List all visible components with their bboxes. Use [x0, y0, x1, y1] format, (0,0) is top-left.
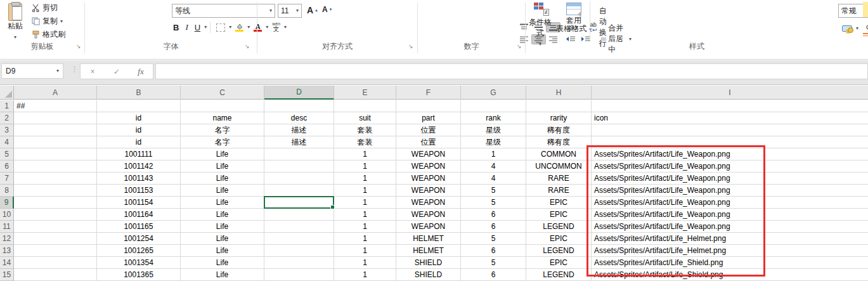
- cell-F15[interactable]: SHIELD: [396, 269, 461, 281]
- cell-I9[interactable]: Assets/Sprites/Artifact/Life_Weapon.png: [592, 197, 868, 209]
- cell-B10[interactable]: 1001164: [97, 209, 181, 221]
- cell-A10[interactable]: [14, 209, 97, 221]
- cell-I13[interactable]: Assets/Sprites/Artifact/Life_Helmet.png: [592, 245, 868, 257]
- cell-E4[interactable]: 套装: [334, 136, 396, 148]
- cell-A3[interactable]: [14, 124, 97, 136]
- cell-D10[interactable]: [264, 209, 334, 221]
- cell-I15[interactable]: Assets/Sprites/Artifact/Life_Shield.png: [592, 269, 868, 281]
- cell-I11[interactable]: Assets/Sprites/Artifact/Life_Weapon.png: [592, 221, 868, 233]
- cell-C2[interactable]: name: [181, 112, 264, 124]
- cell-D7[interactable]: [264, 173, 334, 185]
- cell-I3[interactable]: [592, 124, 868, 136]
- cell-B2[interactable]: id: [97, 112, 181, 124]
- cell-E6[interactable]: 1: [334, 160, 396, 173]
- cell-C15[interactable]: Life: [181, 269, 264, 281]
- fill-color-button[interactable]: [233, 22, 246, 33]
- cell-G1[interactable]: [461, 100, 526, 112]
- cell-H10[interactable]: EPIC: [526, 209, 592, 221]
- cell-H12[interactable]: EPIC: [526, 233, 592, 245]
- cell-F3[interactable]: 位置: [396, 124, 461, 136]
- cell-B5[interactable]: 1001111: [97, 148, 181, 160]
- fill-color-dropdown-icon[interactable]: ▾: [247, 25, 250, 30]
- cell-I10[interactable]: Assets/Sprites/Artifact/Life_Weapon.png: [592, 209, 868, 221]
- copy-button[interactable]: 复制 ▾: [32, 16, 63, 27]
- cell-D11[interactable]: [264, 221, 334, 233]
- cell-G5[interactable]: 1: [461, 148, 526, 160]
- alignment-dialog-launcher[interactable]: ↘: [408, 44, 415, 51]
- cell-A8[interactable]: [14, 185, 97, 197]
- cell-B3[interactable]: id: [97, 124, 181, 136]
- insert-function-button[interactable]: fx: [129, 67, 153, 77]
- cell-A2[interactable]: [14, 112, 97, 124]
- cell-F7[interactable]: WEAPON: [396, 173, 461, 185]
- cell-H4[interactable]: 稀有度: [526, 136, 592, 148]
- cell-H11[interactable]: LEGEND: [526, 221, 592, 233]
- row-header-11[interactable]: 11: [0, 221, 14, 233]
- cell-D2[interactable]: desc: [264, 112, 334, 124]
- cell-F13[interactable]: HELMET: [396, 245, 461, 257]
- row-header-15[interactable]: 15: [0, 269, 14, 281]
- cell-A4[interactable]: [14, 136, 97, 148]
- cell-A11[interactable]: [14, 221, 97, 233]
- clipboard-dialog-launcher[interactable]: ↘: [76, 44, 83, 51]
- bold-button[interactable]: B: [171, 22, 181, 34]
- cell-G9[interactable]: 5: [461, 197, 526, 209]
- cell-B4[interactable]: id: [97, 136, 181, 148]
- cell-G11[interactable]: 6: [461, 221, 526, 233]
- cell-I2[interactable]: icon: [592, 112, 868, 124]
- cell-E7[interactable]: 1: [334, 173, 396, 185]
- cell-C3[interactable]: 名字: [181, 124, 264, 136]
- cell-E14[interactable]: 1: [334, 257, 396, 269]
- cell-H3[interactable]: 稀有度: [526, 124, 592, 136]
- cell-C9[interactable]: Life: [181, 197, 264, 209]
- row-header-4[interactable]: 4: [0, 136, 14, 148]
- column-header-B[interactable]: B: [97, 86, 181, 100]
- cell-I5[interactable]: Assets/Sprites/Artifact/Life_Weapon.png: [592, 148, 868, 160]
- cell-B9[interactable]: 1001154: [97, 197, 181, 209]
- borders-dropdown-icon[interactable]: ▾: [229, 25, 231, 30]
- cell-D5[interactable]: [264, 148, 334, 160]
- cell-E3[interactable]: 套装: [334, 124, 396, 136]
- cell-C4[interactable]: 名字: [181, 136, 264, 148]
- cell-G13[interactable]: 6: [461, 245, 526, 257]
- cell-E2[interactable]: suit: [334, 112, 396, 124]
- cell-E5[interactable]: 1: [334, 148, 396, 160]
- cell-H6[interactable]: UNCOMMON: [526, 160, 592, 173]
- name-box[interactable]: D9 ▾: [1, 63, 63, 79]
- cell-D8[interactable]: [264, 185, 334, 197]
- cell-D1[interactable]: [264, 100, 334, 112]
- underline-button[interactable]: U: [192, 22, 203, 34]
- cell-I12[interactable]: Assets/Sprites/Artifact/Life_Helmet.png: [592, 233, 868, 245]
- gallery-item-partial[interactable]: [863, 2, 868, 17]
- cell-B8[interactable]: 1001153: [97, 185, 181, 197]
- cell-C12[interactable]: Life: [181, 233, 264, 245]
- cell-G7[interactable]: 4: [461, 173, 526, 185]
- cell-C1[interactable]: [181, 100, 264, 112]
- cell-G6[interactable]: 4: [461, 160, 526, 173]
- cell-B11[interactable]: 1001165: [97, 221, 181, 233]
- row-header-3[interactable]: 3: [0, 124, 14, 136]
- row-header-5[interactable]: 5: [0, 148, 14, 160]
- cell-C10[interactable]: Life: [181, 209, 264, 221]
- cell-B14[interactable]: 1001354: [97, 257, 181, 269]
- formula-bar-drag-handle[interactable]: ⋮: [71, 65, 78, 74]
- row-header-7[interactable]: 7: [0, 173, 14, 185]
- cell-E1[interactable]: [334, 100, 396, 112]
- cell-E9[interactable]: 1: [334, 197, 396, 209]
- format-painter-button[interactable]: 格式刷: [32, 29, 65, 40]
- cell-D12[interactable]: [264, 233, 334, 245]
- cell-I14[interactable]: Assets/Sprites/Artifact/Life_Shield.png: [592, 257, 868, 269]
- row-header-8[interactable]: 8: [0, 185, 14, 197]
- cell-F9[interactable]: WEAPON: [396, 197, 461, 209]
- row-header-12[interactable]: 12: [0, 233, 14, 245]
- cell-I4[interactable]: [592, 136, 868, 148]
- cell-C11[interactable]: Life: [181, 221, 264, 233]
- cell-A12[interactable]: [14, 233, 97, 245]
- cell-E8[interactable]: 1: [334, 185, 396, 197]
- cell-A7[interactable]: [14, 173, 97, 185]
- cell-D14[interactable]: [264, 257, 334, 269]
- cell-F12[interactable]: HELMET: [396, 233, 461, 245]
- cell-I1[interactable]: [592, 100, 868, 112]
- cell-F11[interactable]: WEAPON: [396, 221, 461, 233]
- cell-D3[interactable]: 描述: [264, 124, 334, 136]
